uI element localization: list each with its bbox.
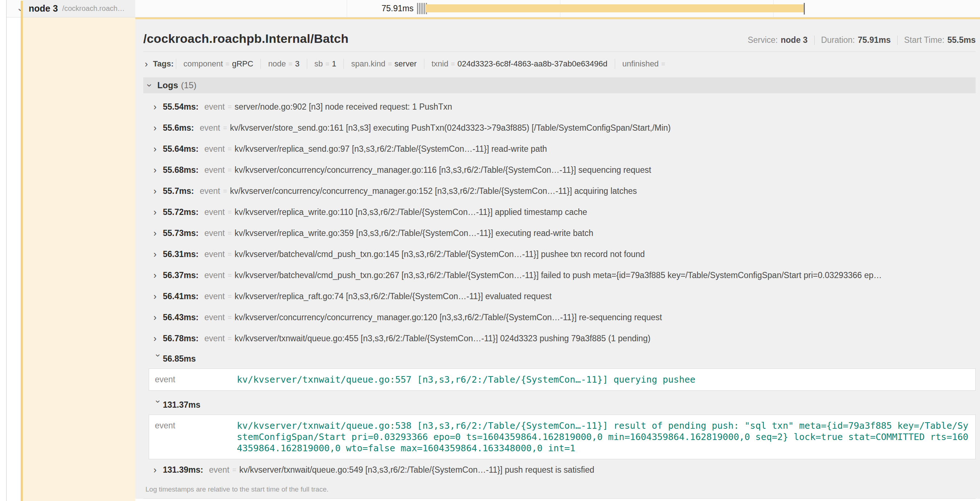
log-row[interactable]: › 56.43ms: event = kv/kvserver/concurren…: [143, 307, 976, 328]
chevron-down-icon: ›: [154, 354, 162, 364]
log-timestamp: 55.72ms:: [163, 207, 198, 217]
log-row[interactable]: › 55.54ms: event = server/node.go:902 [n…: [143, 96, 976, 117]
log-value: kv/kvserver/txnwait/queue.go:455 [n3,s3,…: [235, 333, 976, 343]
span-detail-header: /cockroach.roachpb.Internal/Batch Servic…: [143, 19, 976, 46]
tick: [417, 3, 418, 14]
tag-equals: =: [451, 60, 455, 68]
collapsed-children-ticks: [417, 3, 427, 14]
log-timestamp: 55.7ms:: [163, 186, 194, 196]
log-value: kv/kvserver/replica_send.go:97 [n3,s3,r6…: [235, 144, 976, 154]
log-timestamp: 55.54ms:: [163, 102, 198, 112]
log-row[interactable]: › 131.39ms: event = kv/kvserver/txnwait/…: [143, 459, 976, 480]
log-equals: =: [228, 334, 232, 342]
log-timestamp: 56.85ms: [163, 354, 196, 364]
log-row[interactable]: › 56.31ms: event = kv/kvserver/batcheval…: [143, 244, 976, 265]
tag-value: 1: [332, 59, 336, 69]
span-detail-meta: Service: node 3 Duration: 75.91ms Start …: [748, 35, 976, 45]
span-name-cell[interactable]: node 3 /cockroach.roach…: [23, 0, 135, 17]
log-equals: =: [228, 313, 232, 321]
chevron-right-icon: ›: [153, 465, 163, 474]
chevron-right-icon: ›: [153, 292, 163, 301]
tag-value: 3: [295, 59, 299, 69]
logs-title: Logs: [158, 80, 178, 90]
service-value: node 3: [781, 35, 808, 45]
log-timestamp: 56.37ms:: [163, 270, 198, 280]
log-key: event: [204, 333, 224, 343]
log-key: event: [155, 374, 237, 385]
log-equals: =: [228, 208, 232, 216]
log-key: event: [204, 165, 224, 175]
chevron-right-icon: ›: [145, 59, 148, 69]
log-value: kv/kvserver/replica_write.go:110 [n3,s3,…: [235, 207, 976, 217]
log-row-expanded-header[interactable]: › 131.37ms: [143, 395, 976, 415]
log-timestamp: 56.41ms:: [163, 292, 198, 302]
log-entry-expanded: › 56.85ms event kv/kvserver/txnwait/queu…: [143, 349, 976, 391]
log-entry-expanded: › 131.37ms event kv/kvserver/txnwait/que…: [143, 395, 976, 459]
logs-section-toggle[interactable]: › Logs (15): [143, 77, 976, 93]
log-row[interactable]: › 56.41ms: event = kv/kvserver/replica_r…: [143, 286, 976, 307]
log-key: event: [204, 292, 224, 302]
chevron-right-icon: ›: [153, 102, 163, 112]
span-detail-card: /cockroach.roachpb.Internal/Batch Servic…: [135, 18, 980, 499]
log-key: event: [209, 465, 229, 475]
span-operation-name: /cockroach.roach…: [62, 4, 125, 13]
chevron-right-icon: ›: [153, 207, 163, 217]
chevron-down-icon: ›: [145, 84, 154, 87]
log-row[interactable]: › 55.64ms: event = kv/kvserver/replica_s…: [143, 138, 976, 160]
tick: [424, 3, 425, 14]
tag-key: unfinished: [622, 59, 659, 69]
tag-item: sb = 1: [307, 59, 344, 69]
start-time-value: 55.5ms: [947, 35, 976, 45]
logs-bottom-divider: [143, 498, 976, 499]
log-row[interactable]: › 55.73ms: event = kv/kvserver/replica_w…: [143, 223, 976, 244]
tick: [419, 3, 420, 14]
selected-row-highlight: [23, 18, 135, 501]
tag-key: txnid: [432, 59, 448, 69]
service-label: Service:: [748, 35, 778, 45]
log-equals: =: [228, 229, 232, 237]
log-equals: =: [228, 145, 232, 153]
tags-label: Tags:: [153, 59, 174, 69]
tag-key: span.kind: [351, 59, 385, 69]
log-key: event: [204, 249, 224, 259]
log-key: event: [200, 186, 220, 196]
chevron-right-icon: ›: [153, 228, 163, 238]
log-row-expanded-header[interactable]: › 56.85ms: [143, 349, 976, 369]
log-timestamp: 55.6ms:: [163, 123, 194, 133]
chevron-right-icon: ›: [153, 270, 163, 280]
tag-item: span.kind = server: [344, 59, 424, 69]
span-detail-title: /cockroach.roachpb.Internal/Batch: [143, 32, 348, 46]
chevron-down-icon: ›: [154, 400, 162, 410]
tag-key: sb: [315, 59, 323, 69]
log-value: kv/kvserver/batcheval/cmd_push_txn.go:26…: [235, 270, 976, 280]
tag-value: server: [395, 59, 417, 69]
log-timestamp: 56.31ms:: [163, 249, 198, 259]
log-detail-card: event kv/kvserver/txnwait/queue.go:557 […: [149, 369, 976, 391]
log-row[interactable]: › 56.78ms: event = kv/kvserver/txnwait/q…: [143, 328, 976, 349]
log-key: event: [204, 102, 224, 112]
log-timestamp: 55.73ms:: [163, 228, 198, 238]
chevron-right-icon: ›: [153, 144, 163, 153]
log-key: event: [204, 207, 224, 217]
log-row[interactable]: › 55.6ms: event = kv/kvserver/store_send…: [143, 117, 976, 138]
header-divider: [143, 51, 976, 52]
span-duration-bar[interactable]: [426, 4, 805, 12]
log-timestamp: 56.43ms:: [163, 313, 198, 322]
chevron-right-icon: ›: [153, 123, 163, 132]
log-key: event: [200, 123, 220, 133]
log-row[interactable]: › 55.68ms: event = kv/kvserver/concurren…: [143, 160, 976, 180]
log-equals: =: [223, 124, 227, 132]
log-value: kv/kvserver/store_send.go:161 [n3,s3] ex…: [230, 123, 976, 133]
tag-item: node = 3: [261, 59, 307, 69]
log-row[interactable]: › 55.7ms: event = kv/kvserver/concurrenc…: [143, 180, 976, 201]
log-value: kv/kvserver/replica_raft.go:74 [n3,s3,r6…: [235, 292, 976, 302]
span-service-name: node 3: [29, 3, 58, 14]
log-timestamp: 56.78ms:: [163, 333, 198, 343]
log-row[interactable]: › 56.37ms: event = kv/kvserver/batcheval…: [143, 265, 976, 286]
log-key: event: [204, 313, 224, 322]
log-value: kv/kvserver/replica_write.go:359 [n3,s3,…: [235, 228, 976, 238]
log-equals: =: [232, 466, 237, 474]
start-time-label: Start Time:: [904, 35, 945, 45]
log-row[interactable]: › 55.72ms: event = kv/kvserver/replica_w…: [143, 201, 976, 223]
tags-toggle-row[interactable]: › Tags: component = gRPC node = 3 sb = 1: [143, 56, 976, 72]
